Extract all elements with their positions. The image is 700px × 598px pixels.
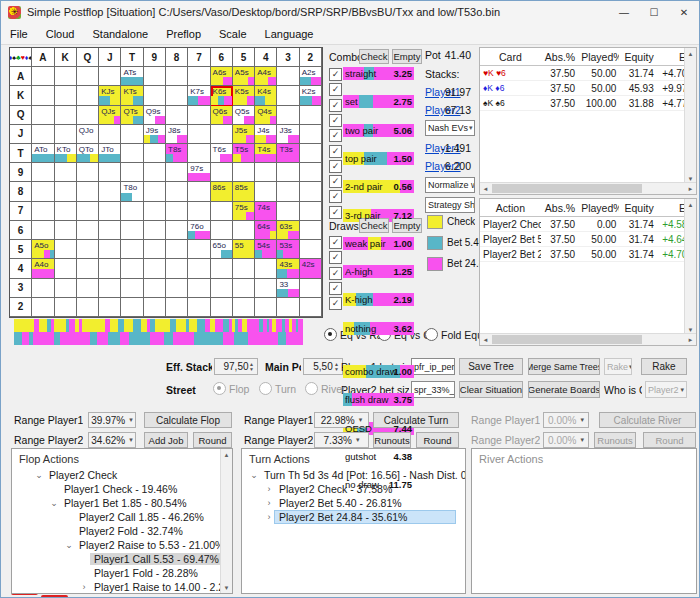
grid-cell-A3[interactable] [277,67,299,86]
grid-cell-87[interactable] [188,182,210,201]
collapse-icon[interactable]: ⌄ [63,540,75,550]
grid-cell-38[interactable] [166,279,188,298]
grid-cell-92[interactable] [300,163,322,182]
tree-item-label[interactable]: Player2 Fold - 32.74% [75,525,187,537]
grid-cell-25[interactable] [233,298,255,317]
tree-item-label[interactable]: Player2 Bet 24.84 - 35.61% [275,511,455,523]
menu-item-file[interactable]: File [1,28,37,40]
tree-item-label[interactable]: Player2 Raise to 5.53 - 21.00% [75,539,228,551]
grid-cell-5K[interactable] [55,240,77,259]
grid-cell-64s[interactable]: 64s [255,221,277,240]
grid-cell-4T[interactable] [121,259,143,278]
grid-cell-KK[interactable] [55,86,77,105]
grid-cell-35[interactable] [233,279,255,298]
grid-cell-2J[interactable] [99,298,121,317]
grid-cell-QTs[interactable]: QTs [121,106,143,125]
round-turn-button[interactable]: Round [416,432,459,448]
table-row[interactable]: Player2 Bet 5.4037.5050.0031.74+4.644 [480,232,696,247]
grid-cell-A4s[interactable]: A4s [255,67,277,86]
grid-cell-78[interactable] [166,202,188,221]
column-header[interactable]: Card [480,51,541,63]
checkbox-3-rd-pair[interactable]: ✓ [329,145,342,158]
spinner-icons[interactable]: ▲▼ [249,362,254,372]
scroll-left-icon[interactable]: ◄ [480,334,491,345]
tree-item[interactable]: Player2 Fold - 32.74% [12,524,232,538]
checkbox-set[interactable]: ✓ [329,83,342,96]
grid-cell-A6s[interactable]: A6s [211,67,233,86]
grid-cell-4J[interactable] [99,259,121,278]
grid-cell-JTo[interactable]: JTo [99,144,121,163]
grid-cell-5J[interactable] [99,240,121,259]
menu-item-preflop[interactable]: Preflop [157,28,210,40]
grid-cell-Q6s[interactable]: Q6s [211,106,233,125]
grid-cell-6K[interactable] [55,221,77,240]
tree-item[interactable]: ›Player2 Bet 5.40 - 26.81% [242,496,465,510]
grid-cell-2K[interactable] [55,298,77,317]
grid-cell-65[interactable] [233,221,255,240]
grid-cell-A2s[interactable]: A2s [300,67,322,86]
vertical-scrollbar[interactable]: ▲▼ [684,48,696,184]
grid-cell-K7s[interactable]: K7s [188,86,210,105]
strategy-show-dropdown[interactable]: Strategy Show▾ [425,197,475,213]
nash-evs-dropdown[interactable]: Nash EVs▾ [425,120,475,136]
tree-item[interactable]: Player1 Fold - 28.28% [12,566,232,580]
grid-cell-26[interactable] [211,298,233,317]
range-river-p1-value[interactable]: 0.00%▾ [543,412,589,428]
grid-cell-73[interactable] [277,202,299,221]
grid-cell-8J[interactable] [99,182,121,201]
tree-item[interactable]: ⌄Player2 Raise to 5.53 - 21.00% [12,538,232,552]
grid-cell-49[interactable] [144,259,166,278]
grid-cell-AJ[interactable] [99,67,121,86]
grid-cell-8K[interactable] [55,182,77,201]
grid-cell-K4s[interactable]: K4s [255,86,277,105]
grid-cell-3Q[interactable] [77,279,99,298]
tree-item-label[interactable]: Player1 Fold - 28.28% [90,567,202,579]
grid-cell-T7[interactable] [188,144,210,163]
grid-cell-J6[interactable] [211,125,233,144]
tree-item[interactable]: Player1 Call 5.53 - 69.47% [12,552,232,566]
maximize-icon[interactable]: ☐ [639,1,669,23]
column-header[interactable]: Played% [578,202,619,214]
menu-item-standalone[interactable]: Standalone [83,28,157,40]
range-river-p2-value[interactable]: 0.00%▾ [543,432,589,448]
radio-icon[interactable] [425,328,438,341]
close-icon[interactable]: ✕ [669,1,699,23]
grid-cell-KJs[interactable]: KJs [99,86,121,105]
collapse-icon[interactable]: ⌄ [33,470,45,480]
grid-cell-57[interactable] [188,240,210,259]
grid-cell-J3s[interactable]: J3s [277,125,299,144]
tree-item-label[interactable]: Player1 Raise to 14.00 - 2.25% [90,581,233,593]
grid-cell-AQ[interactable] [77,67,99,86]
grid-cell-KTo[interactable]: KTo [55,144,77,163]
grid-cell-39[interactable] [144,279,166,298]
grid-cell-A4o[interactable]: A4o [32,259,54,278]
grid-cell-K3[interactable] [277,86,299,105]
expand-icon[interactable]: › [263,512,275,522]
minimize-icon[interactable]: — [609,1,639,23]
grid-cell-6A[interactable] [32,221,54,240]
grid-cell-72[interactable] [300,202,322,221]
generate-boards-button[interactable]: Generate Boards [528,381,600,398]
grid-cell-ATs[interactable]: ATs [121,67,143,86]
grid-cell-A5o[interactable]: A5o [32,240,54,259]
player1-sizing-dropdown[interactable]: pfr_ip_perf▾ [411,358,455,375]
grid-cell-5Q[interactable] [77,240,99,259]
checkbox-top-pair[interactable]: ✓ [329,114,342,127]
expand-icon[interactable]: › [263,484,275,494]
menu-item-language[interactable]: Language [256,28,323,40]
grid-cell-J8s[interactable]: J8s [166,125,188,144]
table-row[interactable]: Player2 Check37.500.0031.74+4.588 [480,217,696,232]
tree-item[interactable]: ›Player2 Bet 24.84 - 35.61% [242,510,465,524]
grid-cell-88[interactable] [166,182,188,201]
grid-cell-55[interactable]: 55 [233,240,255,259]
grid-cell-TT[interactable] [121,144,143,163]
grid-cell-36[interactable] [211,279,233,298]
grid-cell-3K[interactable] [55,279,77,298]
grid-cell-93[interactable] [277,163,299,182]
column-header[interactable]: Played% [578,51,619,63]
checkbox-combo-draw[interactable]: ✓ [329,236,342,249]
grid-cell-86s[interactable]: 86s [211,182,233,201]
grid-cell-A9[interactable] [144,67,166,86]
spinner-icons[interactable]: ▲▼ [334,362,339,372]
eff-stack-input[interactable]: 97,50 ▲▼ [214,358,258,375]
